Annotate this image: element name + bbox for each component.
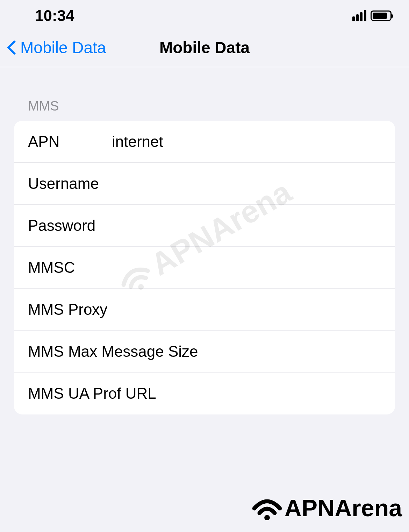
status-icons [352, 10, 392, 21]
mmsc-label: MMSC [28, 259, 112, 276]
apn-value[interactable]: internet [112, 133, 381, 150]
back-button-label: Mobile Data [20, 38, 106, 57]
password-row[interactable]: Password [14, 205, 395, 247]
apn-label: APN [28, 133, 112, 150]
mms-settings-group: APN internet Username Password MMSC MMS … [14, 121, 395, 414]
mms-max-message-size-row[interactable]: MMS Max Message Size [14, 331, 395, 373]
status-time: 10:34 [35, 7, 74, 24]
mms-proxy-row[interactable]: MMS Proxy [14, 289, 395, 331]
navigation-bar: Mobile Data Mobile Data [0, 28, 409, 67]
apn-row[interactable]: APN internet [14, 121, 395, 163]
page-title: Mobile Data [159, 38, 250, 57]
battery-icon [371, 10, 392, 21]
mms-ua-prof-url-label: MMS UA Prof URL [28, 385, 204, 402]
mms-max-message-size-label: MMS Max Message Size [28, 343, 204, 360]
cellular-signal-icon [352, 10, 366, 21]
username-row[interactable]: Username [14, 163, 395, 205]
back-button[interactable]: Mobile Data [7, 38, 106, 57]
username-label: Username [28, 175, 112, 192]
mmsc-row[interactable]: MMSC [14, 247, 395, 289]
svg-point-1 [264, 515, 270, 520]
mms-proxy-label: MMS Proxy [28, 301, 204, 318]
password-label: Password [28, 217, 112, 234]
footer-brand: APNArena [251, 494, 402, 522]
section-header-mms: MMS [0, 67, 409, 121]
chevron-left-icon [7, 39, 17, 56]
status-bar: 10:34 [0, 0, 409, 28]
wifi-icon [251, 496, 283, 520]
mms-ua-prof-url-row[interactable]: MMS UA Prof URL [14, 373, 395, 414]
